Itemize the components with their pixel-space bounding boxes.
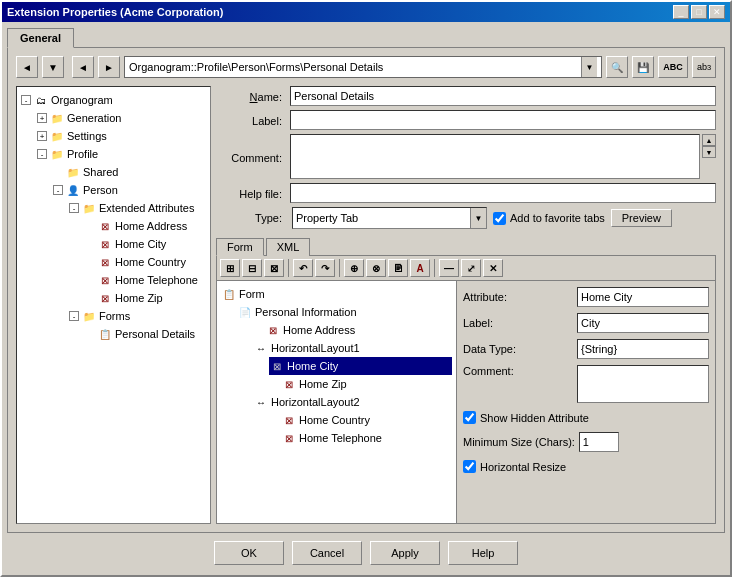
datatype-row: Data Type:	[463, 339, 709, 359]
toolbar-btn-A[interactable]: A	[410, 259, 430, 277]
help-button[interactable]: Help	[448, 541, 518, 565]
datatype-input[interactable]	[577, 339, 709, 359]
name-input[interactable]	[290, 86, 716, 106]
tree-item-person[interactable]: - 👤 Person	[53, 181, 206, 199]
attr-comment-textarea[interactable]	[577, 365, 709, 403]
nav-forward-button[interactable]: ►	[98, 56, 120, 78]
generation-icon: 📁	[49, 110, 65, 126]
label-label: Label:	[216, 113, 286, 127]
inner-tab-form[interactable]: Form	[216, 238, 264, 256]
toolbar-btn-1[interactable]: ⊞	[220, 259, 240, 277]
scroll-up-btn[interactable]: ▲	[702, 134, 716, 146]
add-to-favorites-container: Add to favorite tabs	[493, 212, 605, 225]
ok-button[interactable]: OK	[214, 541, 284, 565]
inner-tab-xml[interactable]: XML	[266, 238, 311, 256]
toolbar-btn-4[interactable]: ⊕	[344, 259, 364, 277]
preview-button[interactable]: Preview	[611, 209, 672, 227]
form-tree-home-city[interactable]: ⊠ Home City	[269, 357, 452, 375]
attribute-input[interactable]	[577, 287, 709, 307]
nav-button[interactable]: ◄	[72, 56, 94, 78]
form-tree-home-country[interactable]: ⊠ Home Country	[269, 411, 452, 429]
form-tree: 📋 Form 📄 Personal Information	[217, 281, 457, 523]
comment-textarea[interactable]	[290, 134, 700, 179]
form-tree-home-address[interactable]: ⊠ Home Address	[253, 321, 452, 339]
toolbar-btn-5[interactable]: ⊗	[366, 259, 386, 277]
toolbar-btn-resize[interactable]: ⤢	[461, 259, 481, 277]
toolbar-btn-close[interactable]: ✕	[483, 259, 503, 277]
attr-comment-label: Comment:	[463, 365, 573, 377]
abc2-button[interactable]: ab3	[692, 56, 716, 78]
tree-item-shared[interactable]: 📁 Shared	[53, 163, 206, 181]
toolbar-btn-3[interactable]: ⊠	[264, 259, 284, 277]
inner-tab-bar: Form XML	[216, 237, 716, 255]
tree-item-personal-details[interactable]: 📋 Personal Details	[85, 325, 206, 343]
toolbar-btn-line[interactable]: —	[439, 259, 459, 277]
type-dropdown-arrow[interactable]: ▼	[470, 208, 486, 228]
toolbar-btn-forward[interactable]: ↷	[315, 259, 335, 277]
address-combo[interactable]: Organogram::Profile\Person\Forms\Persona…	[124, 56, 602, 78]
type-combo[interactable]: Property Tab ▼	[292, 207, 487, 229]
main-panel: ◄ ▼ ◄ ► Organogram::Profile\Person\Forms…	[7, 47, 725, 533]
maximize-button[interactable]: □	[691, 5, 707, 19]
form-tree-home-telephone[interactable]: ⊠ Home Telephone	[269, 429, 452, 447]
type-label: Type:	[216, 212, 286, 224]
back-button[interactable]: ◄	[16, 56, 38, 78]
tree-item-home-address[interactable]: ⊠ Home Address	[85, 217, 206, 235]
cancel-button[interactable]: Cancel	[292, 541, 362, 565]
label-input[interactable]	[290, 110, 716, 130]
tree-item-home-telephone[interactable]: ⊠ Home Telephone	[85, 271, 206, 289]
expand-organogram[interactable]: -	[21, 95, 31, 105]
save-button[interactable]: 💾	[632, 56, 654, 78]
name-label: Name:	[216, 89, 286, 103]
apply-button[interactable]: Apply	[370, 541, 440, 565]
forward-button[interactable]: ▼	[42, 56, 64, 78]
inner-content: ⊞ ⊟ ⊠ ↶ ↷ ⊕ ⊗ 🖹 A —	[216, 255, 716, 524]
expand-profile[interactable]: -	[37, 149, 47, 159]
expand-settings[interactable]: +	[37, 131, 47, 141]
toolbar-btn-2[interactable]: ⊟	[242, 259, 262, 277]
tree-item-organogram[interactable]: - 🗂 Organogram	[21, 91, 206, 109]
expand-person[interactable]: -	[53, 185, 63, 195]
attr-panel: Attribute: Label: Data Type:	[457, 281, 715, 523]
form-tree-horiz-layout2[interactable]: ↔ HorizontalLayout2	[253, 393, 452, 411]
helpfile-input[interactable]	[290, 183, 716, 203]
form-tree-horiz-layout1[interactable]: ↔ HorizontalLayout1	[253, 339, 452, 357]
tree-item-profile[interactable]: - 📁 Profile	[37, 145, 206, 163]
search-button[interactable]: 🔍	[606, 56, 628, 78]
form-tree-form[interactable]: 📋 Form	[221, 285, 452, 303]
window-title: Extension Properties (Acme Corporation)	[7, 6, 223, 18]
tree-item-home-zip[interactable]: ⊠ Home Zip	[85, 289, 206, 307]
profile-icon: 📁	[49, 146, 65, 162]
abc-button[interactable]: ABC	[658, 56, 688, 78]
show-hidden-checkbox[interactable]	[463, 411, 476, 424]
tree-item-generation[interactable]: + 📁 Generation	[37, 109, 206, 127]
scroll-down-btn[interactable]: ▼	[702, 146, 716, 158]
tree-item-forms[interactable]: - 📁 Forms	[69, 307, 206, 325]
min-size-input[interactable]	[579, 432, 619, 452]
expand-ext-attr[interactable]: -	[69, 203, 79, 213]
home-telephone-icon: ⊠	[97, 272, 113, 288]
toolbar-btn-back[interactable]: ↶	[293, 259, 313, 277]
minimize-button[interactable]: _	[673, 5, 689, 19]
form-fields: Name: Label: Comment: ▲ ▼ Help f	[216, 86, 716, 203]
tree-item-settings[interactable]: + 📁 Settings	[37, 127, 206, 145]
tree-item-extended-attributes[interactable]: - 📁 Extended Attributes	[69, 199, 206, 217]
address-dropdown-arrow[interactable]: ▼	[581, 57, 597, 77]
tree-item-home-country[interactable]: ⊠ Home Country	[85, 253, 206, 271]
form-tree-home-zip[interactable]: ⊠ Home Zip	[269, 375, 452, 393]
attr-label-input[interactable]	[577, 313, 709, 333]
expand-forms[interactable]: -	[69, 311, 79, 321]
tree-item-home-city[interactable]: ⊠ Home City	[85, 235, 206, 253]
horiz-resize-checkbox[interactable]	[463, 460, 476, 473]
expand-generation[interactable]: +	[37, 113, 47, 123]
form-home-zip-icon: ⊠	[281, 376, 297, 392]
add-to-favorites-checkbox[interactable]	[493, 212, 506, 225]
show-hidden-row: Show Hidden Attribute	[463, 411, 709, 424]
close-button[interactable]: ✕	[709, 5, 725, 19]
organogram-icon: 🗂	[33, 92, 49, 108]
tab-general[interactable]: General	[7, 28, 74, 48]
form-tree-personal-info[interactable]: 📄 Personal Information	[237, 303, 452, 321]
toolbar-btn-6[interactable]: 🖹	[388, 259, 408, 277]
add-to-favorites-label: Add to favorite tabs	[510, 212, 605, 224]
home-country-icon: ⊠	[97, 254, 113, 270]
